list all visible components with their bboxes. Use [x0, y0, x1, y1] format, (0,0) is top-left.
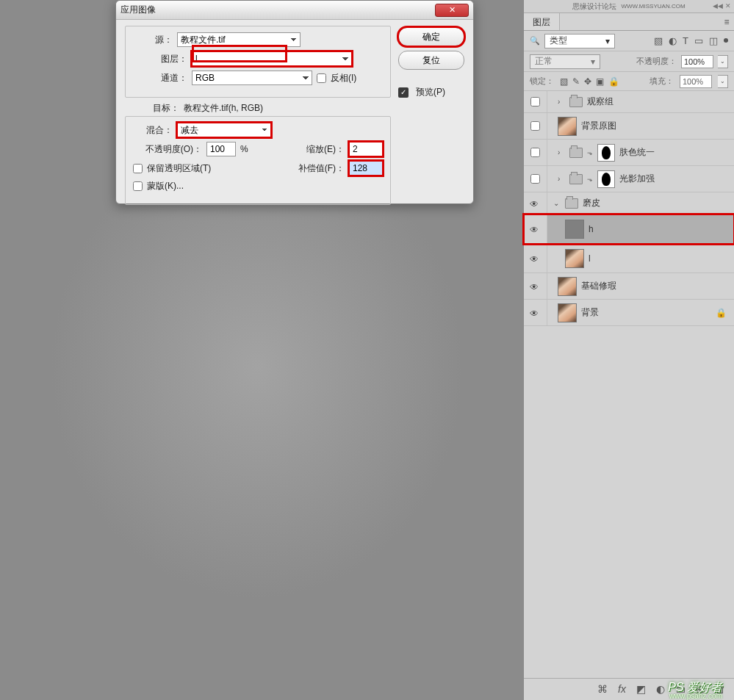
blend-mode-row: 正常▾ 不透明度： 100% ⌄ [524, 51, 734, 72]
visibility-toggle[interactable] [530, 121, 540, 131]
chevron-right-icon[interactable]: › [558, 148, 565, 156]
layer-background[interactable]: 👁 背景 🔒 [524, 300, 734, 326]
lock-transparent-icon[interactable]: ▧ [560, 76, 568, 87]
fill-label: 填充： [650, 76, 674, 87]
layer-group-light[interactable]: › ⬎ 光影加强 [524, 166, 734, 192]
forum-url: WWW.MISSYUAN.COM [621, 3, 685, 10]
lock-all-icon[interactable]: 🔒 [608, 76, 619, 87]
layer-label: l [589, 253, 591, 264]
layer-label: h [589, 224, 594, 234]
layer-thumbnail [565, 249, 584, 268]
visibility-toggle[interactable] [530, 97, 540, 107]
invert-checkbox[interactable] [317, 73, 326, 83]
layer-group-skin[interactable]: › ⬎ 肤色统一 [524, 140, 734, 166]
layer-fill-input[interactable]: 100% [680, 75, 712, 88]
chevron-right-icon[interactable]: › [558, 98, 565, 106]
eye-icon[interactable]: 👁 [530, 254, 541, 263]
fill-stepper[interactable]: ⌄ [718, 75, 728, 88]
filter-shape-icon[interactable]: ▭ [694, 35, 703, 46]
layer-filter-row: 🔍 类型▾ ▧ ◐ T ▭ ◫ [524, 31, 734, 51]
filter-text-icon[interactable]: T [683, 35, 688, 46]
filter-kind-select[interactable]: 类型▾ [544, 34, 615, 48]
ok-button[interactable]: 确定 [398, 27, 464, 46]
dialog-titlebar[interactable]: 应用图像 ✕ [116, 1, 473, 20]
preview-check-row[interactable]: ✓ 预览(P) [398, 86, 464, 98]
channel-label: 通道： [133, 72, 187, 84]
layer-label: 基础修瑕 [581, 280, 616, 292]
target-label: 目标： [132, 102, 179, 115]
panel-window-controls[interactable]: ◀◀ ✕ [713, 2, 731, 10]
opacity-unit: % [240, 144, 248, 154]
layer-base-fix[interactable]: 👁 基础修瑕 [524, 273, 734, 300]
link-icon: ⬎ [587, 176, 593, 183]
opacity-stepper[interactable]: ⌄ [718, 55, 728, 68]
eye-icon[interactable]: 👁 [530, 199, 541, 208]
filter-image-icon[interactable]: ▧ [654, 35, 663, 46]
layer-label: 光影加强 [619, 173, 655, 185]
invert-label: 反相(I) [331, 72, 356, 84]
layer-label: 肤色统一 [619, 146, 655, 159]
chevron-right-icon[interactable]: › [558, 175, 565, 183]
visibility-toggle[interactable] [530, 174, 540, 184]
preview-checkbox[interactable]: ✓ [398, 87, 409, 98]
layer-group-mopi[interactable]: 👁 ⌄ 磨皮 [524, 192, 734, 214]
chevron-down-icon[interactable]: ⌄ [553, 199, 561, 207]
layer-label: 磨皮 [583, 197, 600, 209]
source-fieldset: 源： 教程文件.tif 图层： l 通道： RGB 反相(I) [125, 26, 391, 98]
eye-icon[interactable]: 👁 [530, 308, 541, 317]
mask-checkbox[interactable] [133, 181, 143, 191]
layer-l[interactable]: 👁 l [524, 244, 734, 273]
layer-group-observe[interactable]: › 观察组 [524, 91, 734, 113]
eye-icon[interactable]: 👁 [530, 225, 541, 234]
layer-h[interactable]: 👁 h [524, 214, 734, 244]
lock-icon: 🔒 [716, 308, 727, 318]
layer-label: 背景原图 [581, 120, 616, 132]
layers-panel: 思缘设计论坛 WWW.MISSYUAN.COM ◀◀ ✕ 图层 ≡ 🔍 类型▾ … [523, 0, 734, 700]
filter-toggle-icon[interactable] [724, 38, 728, 43]
panel-tabs: 图层 ≡ [524, 13, 734, 31]
new-group-icon[interactable]: 🗀 [675, 683, 686, 695]
offset-input[interactable] [349, 161, 383, 176]
preserve-transparency-checkbox[interactable] [133, 164, 143, 173]
mask-thumbnail [597, 170, 615, 188]
lock-position-icon[interactable]: ✥ [584, 76, 591, 87]
forum-text: 思缘设计论坛 [572, 1, 616, 12]
fx-icon[interactable]: fx [618, 683, 626, 695]
apply-image-dialog: 应用图像 ✕ 源： 教程文件.tif 图层： l 通道： RGB 反相(I) [115, 0, 474, 204]
mask-icon[interactable]: ◩ [636, 683, 646, 695]
delete-layer-icon[interactable]: 🗑 [715, 683, 725, 695]
filter-adjust-icon[interactable]: ◐ [669, 35, 677, 46]
filter-type-icons[interactable]: ▧ ◐ T ▭ ◫ [654, 35, 728, 46]
lock-artboard-icon[interactable]: ▣ [596, 76, 604, 87]
layer-select[interactable]: l [192, 51, 352, 66]
layers-panel-footer: ⌘ fx ◩ ◐ 🗀 ⊞ 🗑 [524, 678, 734, 699]
channel-select[interactable]: RGB [192, 71, 312, 85]
layer-thumbnail [558, 117, 577, 136]
layer-opacity-input[interactable]: 100% [681, 55, 713, 68]
filter-smart-icon[interactable]: ◫ [709, 35, 718, 46]
tab-layers[interactable]: 图层 [524, 13, 560, 30]
lock-paint-icon[interactable]: ✎ [572, 76, 580, 87]
scale-input[interactable] [349, 142, 383, 156]
folder-icon [569, 97, 583, 107]
blend-mode-select[interactable]: 正常▾ [530, 54, 600, 69]
link-layers-icon[interactable]: ⌘ [597, 683, 608, 695]
source-label: 源： [133, 34, 173, 46]
target-value: 教程文件.tif(h, RGB) [184, 102, 263, 115]
eye-icon[interactable]: 👁 [530, 282, 541, 291]
lock-label: 锁定： [530, 76, 554, 87]
visibility-toggle[interactable] [530, 148, 540, 157]
opacity-input[interactable] [206, 142, 236, 156]
reset-button[interactable]: 复位 [398, 51, 464, 70]
layer-bg-original[interactable]: 背景原图 [524, 113, 734, 140]
panel-menu-icon[interactable]: ≡ [719, 13, 734, 30]
blend-select[interactable]: 减去 [177, 123, 271, 137]
new-layer-icon[interactable]: ⊞ [696, 683, 705, 695]
layer-thumbnail [558, 303, 577, 322]
adjustment-icon[interactable]: ◐ [656, 683, 665, 695]
source-select[interactable]: 教程文件.tif [177, 32, 301, 47]
layer-thumbnail [558, 277, 577, 296]
opacity-label: 不透明度(O)： [133, 143, 202, 156]
mask-label: 蒙版(K)... [147, 180, 184, 192]
close-button[interactable]: ✕ [435, 4, 469, 17]
